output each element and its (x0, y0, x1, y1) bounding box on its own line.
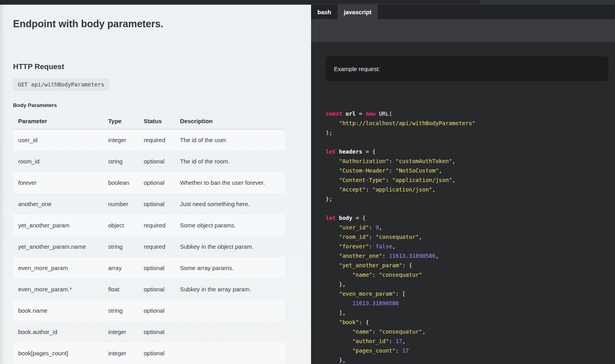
code-line: "even_more_param": [ (326, 289, 615, 298)
table-cell: yet_another_param (13, 214, 103, 236)
table-row: even_more_paramarrayoptionalSome array p… (13, 257, 285, 278)
table-cell: book.author_id (13, 321, 103, 342)
code-line: }; (326, 194, 615, 204)
table-cell: optional (139, 172, 175, 193)
table-header-row: ParameterTypeStatusDescription (13, 113, 285, 129)
example-request-label: Example request: (334, 66, 380, 72)
table-cell (175, 342, 285, 364)
code-section: Example request: const url = new URL( "h… (311, 42, 615, 364)
table-cell (175, 321, 285, 342)
top-strip-bar (0, 0, 481, 4)
table-cell: optional (139, 193, 175, 214)
table-cell: forever (13, 172, 103, 193)
table-cell: optional (139, 321, 175, 342)
column-header: Status (139, 113, 175, 129)
table-cell: integer (103, 321, 139, 342)
code-line: "Content-Type": "application/json", (326, 175, 615, 185)
column-header: Parameter (13, 113, 103, 129)
table-cell: string (103, 150, 139, 172)
table-row: user_idintegerrequiredThe id of the user… (13, 129, 285, 150)
code-line: "Accept": "application/json", (326, 185, 615, 194)
table-cell: optional (139, 300, 175, 321)
table-cell: another_one (13, 193, 103, 214)
table-row: book.author_idintegeroptional (13, 321, 285, 342)
table-cell: book[pages_count] (13, 342, 103, 364)
code-line: "forever": false, (326, 242, 615, 251)
code-line: "user_id": 9, (326, 223, 615, 232)
http-request-heading: HTTP Request (13, 62, 311, 71)
table-cell: optional (139, 150, 175, 172)
table-cell: optional (139, 278, 175, 300)
table-cell: array (103, 257, 139, 278)
code-line: let headers = { (326, 147, 615, 156)
table-row: book[pages_count]integeroptional (13, 342, 285, 364)
table-row: room_idstringoptionalThe id of the room. (13, 150, 285, 172)
table-cell: Some object params. (175, 214, 285, 236)
table-row: another_onenumberoptionalJust need somet… (13, 193, 285, 214)
table-cell: The id of the user. (175, 129, 285, 150)
table-cell: user_id (13, 129, 103, 150)
table-cell: Subkey in the object param. (175, 236, 285, 257)
table-row: foreverbooleanoptionalWhether to ban the… (13, 172, 285, 193)
table-cell (175, 300, 285, 321)
table-cell: integer (103, 129, 139, 150)
body-parameters-table: ParameterTypeStatusDescription user_idin… (13, 113, 285, 364)
code-line: "yet_another_param": { (326, 261, 615, 270)
table-row: yet_another_paramobjectrequiredSome obje… (13, 214, 285, 236)
table-cell: Just need something here. (175, 193, 285, 214)
page-title: Endpoint with body parameters. (13, 18, 311, 30)
example-request-box: Example request: (325, 56, 609, 81)
table-cell: The id of the room. (175, 150, 285, 172)
table-cell: object (103, 214, 139, 236)
table-cell: Whether to ban the user forever. (175, 172, 285, 193)
code-line: "name": "consequatur", (326, 327, 615, 336)
code-line: }, (326, 280, 615, 289)
table-cell: string (103, 300, 139, 321)
code-line: 11613.31890586 (326, 298, 615, 308)
table-cell: Subkey in the array param. (175, 278, 285, 300)
docs-content-panel: Endpoint with body parameters. HTTP Requ… (0, 5, 311, 364)
code-line: ], (326, 308, 615, 317)
table-cell: string (103, 236, 139, 257)
table-cell: float (103, 278, 139, 300)
table-cell: optional (139, 257, 175, 278)
code-line: "room_id": "consequatur", (326, 232, 615, 242)
example-request-code: const url = new URL( "http://localhost/a… (326, 109, 615, 364)
table-cell: required (139, 214, 175, 236)
table-cell: number (103, 193, 139, 214)
table-cell: even_more_param (13, 257, 103, 278)
endpoint-badge: GET api/withBodyParameters (13, 79, 109, 90)
table-cell: room_id (13, 150, 103, 172)
tab-bash[interactable]: bash (311, 5, 338, 19)
tab-javascript[interactable]: javascript (338, 5, 378, 19)
table-row: even_more_param.*floatoptionalSubkey in … (13, 278, 285, 300)
table-row: book.namestringoptional (13, 300, 285, 321)
language-tab-bar: bashjavascript (311, 5, 615, 19)
table-cell: required (139, 129, 175, 150)
table-cell: integer (103, 342, 139, 364)
table-cell: optional (139, 342, 175, 364)
table-row: yet_another_param.namestringrequiredSubk… (13, 236, 285, 257)
code-line (326, 204, 615, 213)
example-code-panel: bashjavascript Example request: const ur… (311, 5, 615, 364)
code-line: "Custom-Header": "NotSoCustom", (326, 166, 615, 175)
code-line: "Authorization": "customAuthToken", (326, 156, 615, 166)
code-line: "author_id": 17, (326, 336, 615, 346)
code-line: "another_one": 11613.31890586, (326, 251, 615, 261)
body-parameters-label: Body Parameters (13, 102, 311, 108)
code-line: }, (326, 355, 615, 364)
table-cell: yet_another_param.name (13, 236, 103, 257)
column-header: Type (103, 113, 139, 129)
code-line (326, 137, 615, 147)
table-cell: book.name (13, 300, 103, 321)
code-line: ); (326, 128, 615, 137)
table-cell: required (139, 236, 175, 257)
code-line: "book": { (326, 317, 615, 327)
code-line: "pages_count": 17 (326, 346, 615, 355)
table-cell: even_more_param.* (13, 278, 103, 300)
code-line: const url = new URL( (326, 109, 615, 118)
selected-tab-band (311, 19, 615, 42)
table-cell: boolean (103, 172, 139, 193)
table-cell: Some array params. (175, 257, 285, 278)
column-header: Description (175, 113, 285, 129)
